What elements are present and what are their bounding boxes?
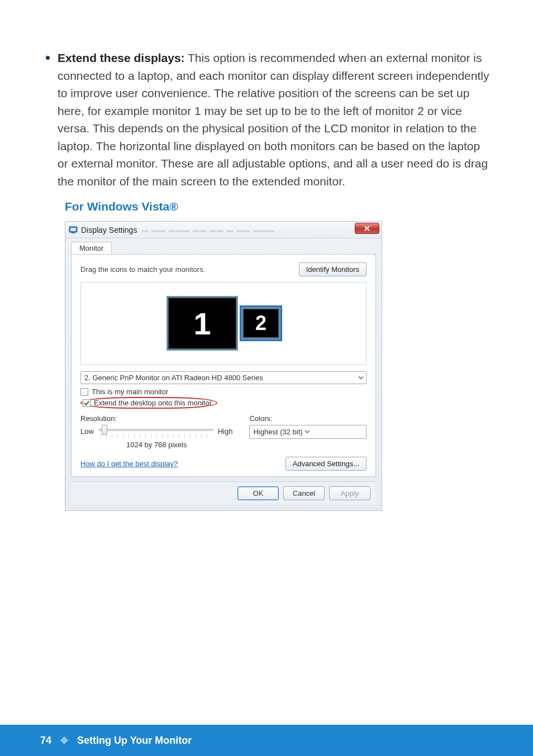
dialog-button-row: OK Cancel Apply: [71, 481, 376, 505]
monitor-2-icon[interactable]: 2: [241, 307, 280, 339]
check-icon: [84, 400, 89, 406]
tabs-row: Monitor: [65, 238, 382, 254]
drag-hint: Drag the icons to match your monitors.: [80, 265, 205, 274]
slider-high-label: High: [218, 427, 233, 436]
monitor-dropdown[interactable]: 2. Generic PnP Monitor on ATI Radeon HD …: [80, 371, 367, 384]
close-button[interactable]: [355, 223, 379, 234]
page-footer: 74 Setting Up Your Monitor: [0, 725, 533, 756]
slider-low-label: Low: [80, 427, 94, 436]
monitor-1-icon[interactable]: 1: [166, 296, 238, 351]
monitor-1-number: 1: [193, 305, 211, 342]
extend-checkbox[interactable]: [83, 399, 91, 407]
page-number: 74: [40, 735, 51, 747]
close-icon: [364, 225, 370, 232]
main-monitor-label: This is my main monitor: [92, 387, 168, 396]
titlebar-ghost-text: ▬ ▬▬ ▬▬▬ ▬▬ ▬▬ ▬ ▬▬ ▬▬▬: [141, 226, 274, 234]
bullet-marker: [46, 56, 50, 60]
subheading-windows-vista: For Windows Vista®: [65, 200, 493, 213]
colors-label: Colors:: [249, 414, 367, 423]
cancel-button[interactable]: Cancel: [283, 486, 325, 500]
main-monitor-checkbox-row[interactable]: This is my main monitor: [80, 387, 367, 396]
advanced-settings-button[interactable]: Advanced Settings...: [285, 457, 367, 471]
resolution-slider[interactable]: [98, 425, 213, 437]
best-display-help-link[interactable]: How do I get the best display?: [80, 460, 178, 468]
monitor-dropdown-value: 2. Generic PnP Monitor on ATI Radeon HD …: [84, 374, 263, 382]
svg-rect-1: [70, 228, 76, 231]
svg-rect-2: [72, 232, 75, 233]
bullet-body: This option is recommended when an exter…: [58, 51, 489, 188]
display-settings-window: Display Settings ▬ ▬▬ ▬▬▬ ▬▬ ▬▬ ▬ ▬▬ ▬▬▬…: [65, 221, 382, 511]
resolution-label: Resolution:: [80, 414, 232, 423]
extend-label: Extend the desktop onto this monitor: [94, 399, 212, 407]
bullet-text: Extend these displays: This option is re…: [58, 49, 493, 190]
monitor-arrangement-area[interactable]: 1 2: [80, 282, 367, 365]
monitor-2-number: 2: [255, 312, 266, 335]
colors-value: Highest (32 bit): [253, 428, 302, 436]
titlebar[interactable]: Display Settings ▬ ▬▬ ▬▬▬ ▬▬ ▬▬ ▬ ▬▬ ▬▬▬: [65, 222, 382, 238]
ok-button[interactable]: OK: [237, 486, 279, 500]
apply-button[interactable]: Apply: [329, 486, 370, 500]
slider-track: [98, 429, 213, 431]
window-title: Display Settings: [81, 226, 137, 235]
chevron-down-icon: [358, 374, 364, 382]
monitor-panel: Drag the icons to match your monitors. I…: [71, 254, 376, 477]
colors-dropdown[interactable]: Highest (32 bit): [249, 425, 367, 439]
slider-ticks: [101, 434, 211, 438]
checkbox-unchecked-icon[interactable]: [80, 388, 88, 396]
bullet-extend-displays: Extend these displays: This option is re…: [40, 49, 493, 190]
extend-checkbox-highlight: Extend the desktop onto this monitor: [80, 397, 217, 409]
chevron-down-icon: [304, 428, 310, 436]
identify-monitors-button[interactable]: Identify Monitors: [299, 262, 367, 276]
diamond-icon: [60, 736, 68, 744]
bullet-lead: Extend these displays:: [58, 51, 185, 64]
section-title: Setting Up Your Monitor: [77, 735, 192, 747]
tab-monitor[interactable]: Monitor: [71, 242, 112, 254]
app-icon: [69, 226, 78, 235]
resolution-value: 1024 by 768 pixels: [80, 441, 232, 449]
